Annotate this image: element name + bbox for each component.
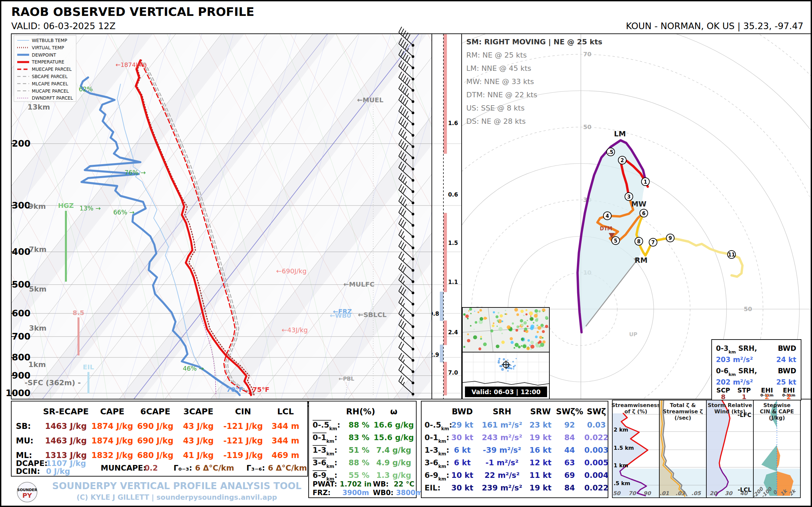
radar-echo (530, 344, 535, 348)
thermo-value: 344 m (271, 421, 299, 431)
storm-motion-text: RM: NE @ 25 kts (466, 51, 527, 59)
radar-echo (470, 313, 471, 314)
pressure-axis-label: 200 (12, 138, 31, 149)
mini-panel-2: -LFC-LCLStorm RelativeWind (kts)203040 (706, 400, 753, 498)
panel-xtick: 20 (710, 490, 718, 496)
pressure-axis-label: 500 (12, 279, 31, 290)
radar-echo (497, 320, 499, 322)
radar-map-inset (462, 307, 549, 352)
thermo-value: 41 J/kg (183, 451, 214, 460)
panel-xtick: .03 (675, 490, 686, 496)
radar-echo (525, 314, 527, 316)
radar-echo (522, 344, 526, 348)
panel-title: Total ζ & (670, 402, 696, 408)
thermo-value: 43 J/kg (183, 436, 214, 445)
storm-motion-text: DTM: NNE @ 22 kts (466, 91, 537, 99)
thermo-header: CIN (235, 407, 251, 416)
kinematics-table: BWDSRHSRWSWζ%SWζ0-.5km:29 kt161 m²/s²23 … (421, 401, 608, 498)
thermo-value: -119 J/kg (223, 451, 263, 460)
panel-title: Storm Relative (708, 402, 752, 408)
height-label: 5km (29, 285, 47, 293)
eil-bar-label: EIL (83, 363, 94, 371)
thermo-value: 1313 J/kg (45, 451, 87, 460)
radar-echo (505, 310, 506, 311)
radar-echo (545, 325, 548, 328)
hgz-bar-label: HGZ (58, 202, 74, 210)
index-value: 2 (765, 393, 769, 401)
panel-title: (J/kg) (769, 415, 785, 421)
height-label: 9km (29, 202, 46, 211)
radar-echo (520, 319, 523, 322)
wb-value: 22 °C (394, 480, 414, 488)
omega-negative-bar (440, 345, 443, 362)
skewt-annotation: ←43J/kg (282, 326, 308, 334)
wb0-value: 3800m (396, 489, 422, 497)
radar-echo (523, 321, 527, 324)
hodo-point-label-up: UP (629, 331, 638, 338)
radar-echo (474, 321, 477, 324)
skewt-annotation: ←WB0 (330, 312, 351, 319)
thermo-value: 469 m (271, 451, 299, 460)
skewt-annotation: 62% (79, 86, 93, 93)
km-label: 1.5 km (614, 445, 634, 451)
wb0-label: WB0: (373, 489, 393, 497)
kin-row-label: EIL: (424, 484, 441, 492)
radar-echo (520, 310, 524, 313)
radar-echo (480, 338, 482, 340)
thermo-value: 680 J/kg (137, 451, 173, 460)
thermo-value: -121 J/kg (223, 436, 263, 445)
sounding-chart-canvas: RAOB OBSERVED VERTICAL PROFILEVALID: 06-… (1, 1, 812, 507)
info-value: 202 m²/s² (716, 378, 753, 386)
radar-echo (542, 330, 545, 333)
thermo-row-label: MU: (16, 436, 34, 445)
height-marker-number: 2 (621, 158, 624, 164)
branding-credit: (C) KYLE J GILLETT | sounderpysoundings.… (77, 494, 277, 502)
hodo-point-label-mw: MW (631, 200, 647, 208)
panel-title: CIN & CAPE (760, 408, 794, 415)
precip-dot (499, 365, 501, 367)
radar-echo (516, 325, 519, 328)
radar-echo (479, 309, 482, 312)
omega-header: ω (390, 407, 397, 416)
skewt-annotation: ←SBLCL (358, 311, 387, 319)
radar-echo (524, 328, 527, 331)
omega-value: 1.6 (448, 120, 458, 126)
rh-header: RH(%) (346, 407, 375, 416)
kin-value: 16 kt (529, 446, 551, 454)
omega-negative-bar (440, 292, 443, 321)
pressure-axis-label: 400 (12, 246, 31, 257)
height-label: 7km (29, 245, 47, 253)
legend-label: DWNDRFT PARCEL (32, 95, 73, 101)
omega-positive-bar (444, 362, 447, 395)
thermo-value: -121 J/kg (223, 421, 263, 431)
radar-echo (527, 320, 528, 321)
legend-label: TEMPERATURE (32, 59, 64, 64)
rh-value: 51 % (348, 446, 369, 454)
skewt-annotation: 46% → (183, 365, 204, 372)
kin-value: 69 (564, 471, 575, 480)
sounderpy-analysis-page: RAOB OBSERVED VERTICAL PROFILEVALID: 06-… (0, 0, 812, 507)
index-value: 8 (721, 393, 725, 401)
omega-positive-bar (444, 321, 447, 345)
precip-dot (498, 358, 500, 360)
kin-value: 30 kt (451, 484, 473, 492)
thermo-value: 690 J/kg (137, 436, 173, 445)
kin-header: SWζ% (556, 407, 583, 416)
panel-xtick: 40 (740, 490, 748, 496)
info-value: 25 kt (776, 378, 797, 386)
radar-echo (493, 312, 495, 314)
dcape-label: DCAPE: (16, 459, 48, 468)
kin-value: 19 kt (529, 433, 551, 442)
radar-echo (539, 310, 541, 313)
radar-echo (473, 329, 474, 330)
pwat-label: PWAT: (313, 480, 337, 488)
radar-echo (535, 319, 538, 322)
kin-value: 11 kt (529, 471, 551, 480)
mixing-ratio-value: 15.6 g/kg (373, 433, 414, 442)
dcin-label: DCIN: (16, 467, 40, 475)
radar-echo (533, 322, 535, 324)
gamma36-value: 6 Δ°C/km (268, 464, 307, 472)
kin-value: -39 m²/s² (483, 446, 521, 454)
panel-xtick: .05 (692, 490, 701, 496)
storm-motion-text: US: SSE @ 8 kts (466, 104, 524, 112)
